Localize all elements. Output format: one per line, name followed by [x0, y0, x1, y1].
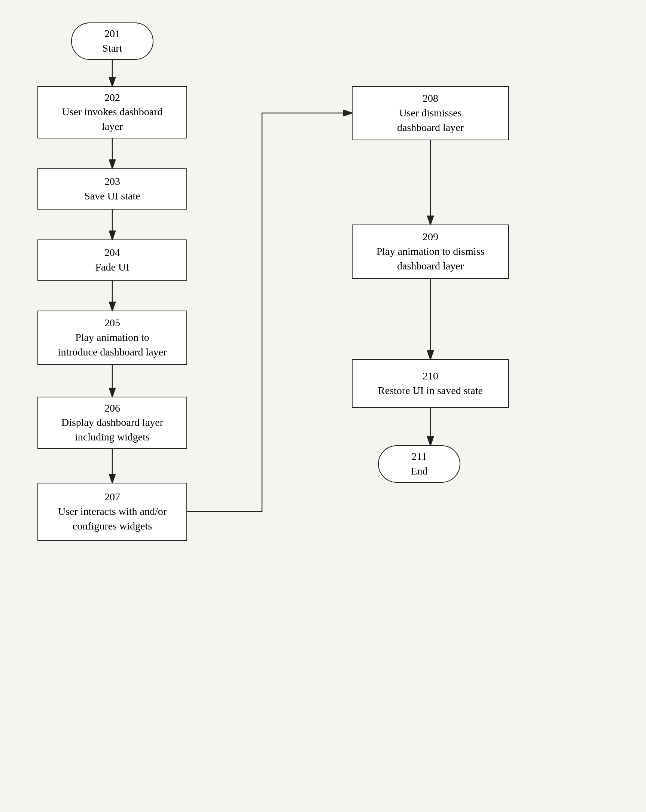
- node-209-label: Play animation to dismissdashboard layer: [377, 244, 485, 273]
- node-211-end: 211 End: [378, 445, 460, 483]
- node-203-number: 203: [104, 175, 120, 188]
- node-206-number: 206: [104, 401, 120, 415]
- node-206: 206 Display dashboard layerincluding wid…: [37, 397, 187, 449]
- node-202-number: 202: [104, 91, 120, 104]
- node-204: 204 Fade UI: [37, 240, 187, 281]
- node-207: 207 User interacts with and/orconfigures…: [37, 483, 187, 541]
- node-206-label: Display dashboard layerincluding widgets: [61, 415, 163, 444]
- node-201-start: 201 Start: [71, 23, 153, 60]
- node-205-label: Play animation tointroduce dashboard lay…: [58, 330, 167, 359]
- flowchart-diagram: 201 Start 202 User invokes dashboardlaye…: [0, 0, 646, 812]
- node-208: 208 User dismissesdashboard layer: [352, 86, 509, 140]
- node-210: 210 Restore UI in saved state: [352, 359, 509, 408]
- node-205: 205 Play animation tointroduce dashboard…: [37, 311, 187, 365]
- node-202: 202 User invokes dashboardlayer: [37, 86, 187, 139]
- node-207-label: User interacts with and/orconfigures wid…: [58, 504, 166, 533]
- node-205-number: 205: [104, 316, 120, 330]
- node-203-label: Save UI state: [84, 189, 140, 203]
- node-208-number: 208: [423, 92, 438, 105]
- node-207-number: 207: [104, 490, 120, 504]
- node-209: 209 Play animation to dismissdashboard l…: [352, 224, 509, 279]
- node-201-number: 201: [104, 27, 120, 40]
- node-201-label: Start: [102, 41, 122, 55]
- node-210-label: Restore UI in saved state: [378, 383, 483, 398]
- node-209-number: 209: [423, 230, 438, 244]
- node-203: 203 Save UI state: [37, 168, 187, 209]
- node-204-label: Fade UI: [95, 260, 130, 274]
- node-208-label: User dismissesdashboard layer: [397, 105, 464, 135]
- node-211-label: End: [411, 464, 428, 478]
- node-210-number: 210: [423, 369, 438, 383]
- node-204-number: 204: [104, 246, 120, 259]
- node-211-number: 211: [412, 450, 427, 463]
- node-202-label: User invokes dashboardlayer: [62, 104, 162, 134]
